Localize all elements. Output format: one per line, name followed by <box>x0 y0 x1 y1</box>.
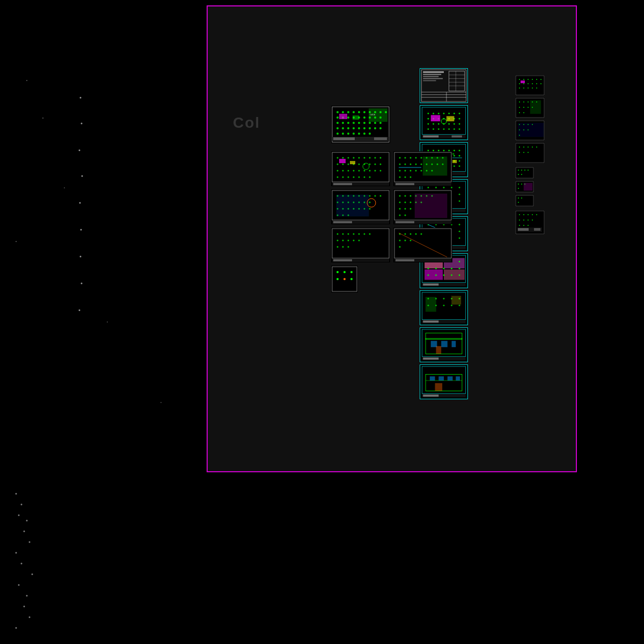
svg-rect-280 <box>339 159 346 163</box>
svg-rect-185 <box>438 376 444 380</box>
thumbnail-floor-plan-1[interactable] <box>420 105 468 140</box>
svg-point-410 <box>350 271 353 273</box>
svg-rect-507 <box>534 228 540 231</box>
svg-point-218 <box>369 122 371 124</box>
svg-point-336 <box>369 202 371 203</box>
svg-point-60 <box>453 150 455 151</box>
svg-point-33 <box>427 123 429 125</box>
right-thumb-8-wide[interactable] <box>515 210 545 235</box>
svg-point-431 <box>532 87 533 89</box>
svg-point-432 <box>536 87 537 89</box>
svg-point-383 <box>342 240 344 241</box>
svg-rect-184 <box>430 376 435 380</box>
svg-point-528 <box>29 541 31 543</box>
svg-text:DATA: DATA <box>370 113 375 116</box>
svg-rect-484 <box>515 195 534 207</box>
svg-point-524 <box>21 504 23 506</box>
svg-point-421 <box>540 79 541 80</box>
thumbnail-floor-plan-8[interactable] <box>420 364 468 399</box>
svg-rect-175 <box>441 341 448 347</box>
svg-point-226 <box>363 127 365 129</box>
svg-point-225 <box>358 127 360 129</box>
svg-rect-187 <box>456 376 460 380</box>
svg-rect-10 <box>423 80 436 81</box>
svg-point-509 <box>81 123 83 125</box>
right-thumb-2[interactable] <box>515 98 545 118</box>
right-thumb-1[interactable] <box>515 75 545 96</box>
svg-point-45 <box>453 128 455 130</box>
svg-point-266 <box>348 170 349 172</box>
thumbnail-floor-plan-7[interactable] <box>420 327 468 362</box>
thumbnail-title-block[interactable] <box>420 68 468 103</box>
svg-point-274 <box>342 177 344 178</box>
svg-point-468 <box>528 152 529 153</box>
svg-point-267 <box>353 170 355 172</box>
svg-point-361 <box>405 202 406 203</box>
svg-point-234 <box>358 133 360 135</box>
svg-rect-506 <box>518 228 529 231</box>
svg-point-471 <box>518 170 519 171</box>
svg-point-511 <box>82 175 83 177</box>
svg-point-314 <box>410 177 412 178</box>
svg-point-461 <box>519 147 520 148</box>
svg-point-263 <box>380 164 382 165</box>
svg-point-35 <box>438 123 440 125</box>
svg-point-259 <box>358 164 360 165</box>
svg-point-249 <box>353 157 355 159</box>
svg-rect-48 <box>447 116 455 121</box>
svg-point-198 <box>363 111 365 113</box>
svg-point-215 <box>353 122 355 124</box>
right-thumb-3[interactable] <box>515 120 545 141</box>
svg-point-39 <box>459 123 460 125</box>
svg-point-146 <box>459 268 460 269</box>
right-thumb-6-small[interactable] <box>515 181 534 193</box>
svg-point-385 <box>353 240 355 241</box>
main-canvas: DATA <box>0 0 644 644</box>
svg-point-520 <box>16 241 17 242</box>
right-thumb-7-small[interactable] <box>515 195 534 207</box>
svg-point-386 <box>358 240 360 241</box>
svg-point-22 <box>443 113 445 114</box>
svg-point-230 <box>336 133 339 135</box>
svg-point-287 <box>399 157 401 159</box>
svg-point-228 <box>374 127 376 129</box>
right-thumb-4[interactable] <box>515 143 545 163</box>
svg-point-514 <box>80 256 82 258</box>
svg-point-474 <box>528 170 529 171</box>
svg-point-300 <box>421 164 422 165</box>
svg-point-517 <box>26 80 27 81</box>
grid-thumb-5[interactable] <box>331 228 390 262</box>
svg-rect-244 <box>331 151 390 186</box>
svg-point-255 <box>337 164 339 165</box>
svg-point-273 <box>337 177 339 178</box>
svg-point-299 <box>415 164 417 165</box>
grid-thumb-6[interactable] <box>393 228 452 262</box>
svg-point-195 <box>347 111 349 113</box>
svg-point-306 <box>405 170 406 172</box>
grid-thumb-4[interactable] <box>393 189 452 224</box>
svg-point-367 <box>410 208 412 210</box>
svg-point-232 <box>347 133 349 135</box>
svg-point-217 <box>363 122 365 124</box>
grid-thumb-7[interactable] <box>331 266 358 292</box>
svg-point-197 <box>358 111 360 113</box>
svg-point-508 <box>80 97 82 99</box>
svg-point-408 <box>336 271 339 273</box>
svg-point-535 <box>29 617 31 618</box>
svg-point-32 <box>459 118 460 120</box>
grid-thumb-3[interactable] <box>331 189 390 224</box>
svg-point-398 <box>421 233 422 235</box>
svg-rect-9 <box>423 78 443 79</box>
thumbnail-floor-plan-6[interactable] <box>420 290 468 325</box>
svg-point-307 <box>410 170 412 172</box>
svg-point-388 <box>342 246 344 248</box>
center-large-drawing[interactable]: DATA <box>331 106 390 145</box>
svg-rect-318 <box>396 183 414 185</box>
svg-point-224 <box>353 127 355 129</box>
grid-thumb-1[interactable] <box>331 151 390 186</box>
svg-point-257 <box>348 164 349 165</box>
svg-point-288 <box>405 157 406 159</box>
grid-thumb-2[interactable] <box>393 151 452 186</box>
svg-point-480 <box>521 184 522 185</box>
right-thumb-5-small[interactable] <box>515 167 534 179</box>
